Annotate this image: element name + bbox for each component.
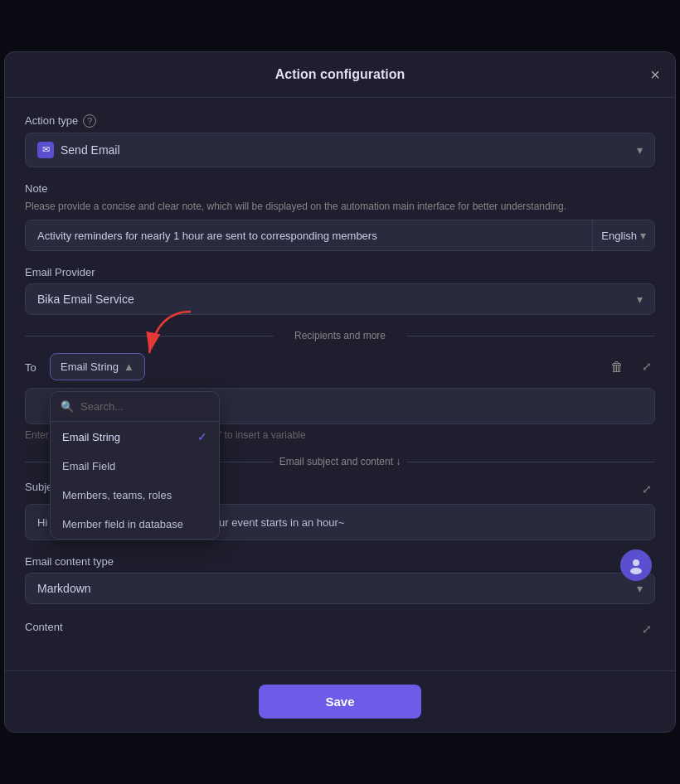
- to-field-expand-button[interactable]: ⤢: [639, 356, 655, 376]
- language-select[interactable]: English ▾: [592, 220, 654, 250]
- svg-point-5: [633, 559, 639, 566]
- modal-header: Action configuration ×: [5, 52, 675, 98]
- dropdown-search-row: 🔍: [51, 392, 219, 422]
- email-provider-select[interactable]: Bika Email Service ▾: [25, 283, 655, 315]
- action-type-help-icon[interactable]: ?: [83, 114, 96, 128]
- note-hint: Please provide a concise and clear note,…: [25, 200, 655, 214]
- note-label: Note: [25, 182, 655, 195]
- to-label: To: [25, 353, 41, 374]
- modal-overlay: Action configuration × Action type ? ✉ S…: [0, 0, 680, 784]
- dropdown-item-members[interactable]: Members, teams, roles: [51, 481, 219, 510]
- recipients-divider: Recipients and more: [25, 330, 655, 341]
- subject-expand-button[interactable]: ⤢: [639, 479, 655, 499]
- action-type-group: Action type ? ✉ Send Email ▾: [25, 114, 655, 167]
- content-type-label: Email content type: [25, 555, 655, 568]
- to-relative-wrap: Email String ▲ 🔍 Email String: [50, 353, 595, 380]
- note-group: Note Please provide a concise and clear …: [25, 182, 655, 252]
- dropdown-item-member-field[interactable]: Member field in database: [51, 510, 219, 539]
- to-field-group: To: [25, 353, 655, 441]
- save-button[interactable]: Save: [259, 685, 420, 719]
- action-type-select[interactable]: ✉ Send Email ▾: [25, 133, 655, 167]
- note-input[interactable]: [26, 220, 592, 250]
- content-type-group: Email content type Markdown ▾: [25, 555, 655, 604]
- action-type-chevron-icon: ▾: [637, 143, 643, 157]
- close-button[interactable]: ×: [650, 66, 660, 83]
- dropdown-item-email-string[interactable]: Email String ✓: [51, 422, 219, 452]
- action-config-modal: Action configuration × Action type ? ✉ S…: [4, 51, 676, 733]
- note-input-row: English ▾: [25, 220, 655, 251]
- lang-chevron-icon: ▾: [640, 229, 646, 242]
- subject-hi: Hi: [37, 516, 47, 529]
- search-icon: 🔍: [61, 400, 74, 413]
- email-provider-group: Email Provider Bika Email Service ▾: [25, 266, 655, 315]
- check-icon: ✓: [197, 430, 207, 443]
- action-type-label: Action type ?: [25, 114, 655, 128]
- content-type-select[interactable]: Markdown ▾: [25, 573, 655, 604]
- modal-body: Action type ? ✉ Send Email ▾ Note Please…: [5, 98, 675, 671]
- content-type-chevron-icon: ▾: [637, 582, 643, 595]
- content-label: Content: [25, 621, 63, 633]
- provider-chevron-icon: ▾: [637, 293, 643, 306]
- email-string-token-btn[interactable]: Email String ▲: [50, 353, 145, 380]
- content-group: Content ⤢: [25, 619, 655, 639]
- to-field-trash-button[interactable]: 🗑: [604, 353, 630, 381]
- email-icon: ✉: [37, 142, 54, 158]
- to-row: To: [25, 353, 655, 381]
- modal-title: Action configuration: [275, 67, 405, 82]
- dropdown-search-input[interactable]: [80, 400, 209, 413]
- email-provider-label: Email Provider: [25, 266, 655, 278]
- content-expand-button[interactable]: ⤢: [639, 619, 655, 639]
- svg-point-6: [630, 568, 642, 574]
- to-field-wrapper: Email String ▲ 🔍 Email String: [50, 353, 595, 380]
- save-bar: Save: [5, 670, 675, 732]
- token-dropdown: 🔍 Email String ✓ Email Field: [50, 391, 220, 540]
- action-type-select-left: ✉ Send Email: [37, 142, 120, 158]
- dropdown-item-email-field[interactable]: Email Field: [51, 452, 219, 481]
- token-chevron-icon: ▲: [124, 361, 134, 373]
